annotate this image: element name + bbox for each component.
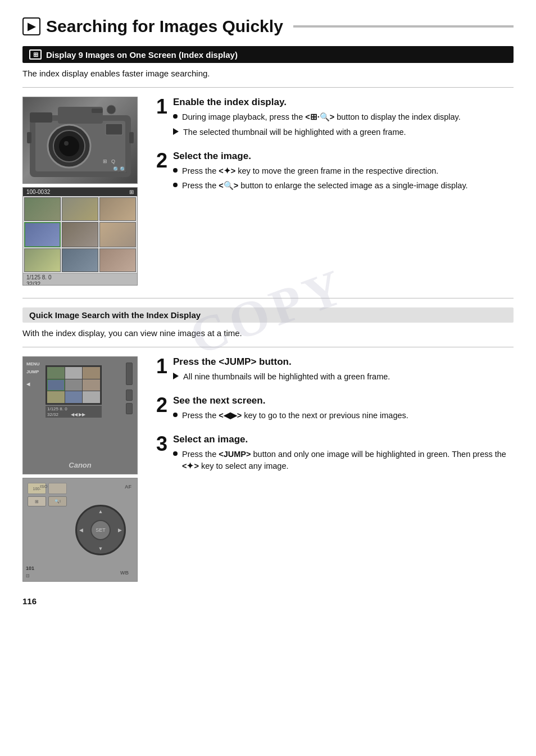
camera-image: 🔍 🔍 ⊞ Q bbox=[22, 97, 138, 184]
section1-images: 🔍 🔍 ⊞ Q 100-0032 ⊞ bbox=[22, 97, 140, 289]
step2-bullet2: Press the <🔍> button to enlarge the sele… bbox=[173, 180, 514, 192]
camera-svg: 🔍 🔍 ⊞ Q bbox=[24, 98, 137, 183]
camera-illustration: 🔍 🔍 ⊞ Q bbox=[23, 97, 137, 183]
step1-bullets: During image playback, press the <⊞·🔍> b… bbox=[173, 111, 514, 139]
step1-title: Enable the index display. bbox=[173, 97, 514, 108]
s2-step3-b1-text: Press the <JUMP> button and only one ima… bbox=[182, 449, 514, 473]
step1-bullet2: The selected thumbnail will be highlight… bbox=[173, 126, 514, 139]
section1-steps: 1 Enable the index display. During image… bbox=[152, 97, 514, 204]
back-camera-illustration: MENU JUMP ◀ bbox=[23, 357, 137, 474]
step2-title: Select the image. bbox=[173, 151, 514, 162]
svg-point-6 bbox=[64, 141, 69, 146]
svg-text:Q: Q bbox=[111, 159, 115, 164]
s2-step2-content: See the next screen. Press the <◀▶> key … bbox=[173, 395, 514, 425]
page-title-icon: ▶ bbox=[22, 17, 40, 35]
s2-step2-title: See the next screen. bbox=[173, 395, 514, 406]
svg-text:⊞: ⊞ bbox=[103, 159, 107, 164]
section2-images: MENU JUMP ◀ bbox=[22, 356, 140, 585]
s2-step2-bullets: Press the <◀▶> key to go to the next or … bbox=[173, 410, 514, 422]
bullet-dot-1 bbox=[173, 114, 178, 119]
svg-point-5 bbox=[59, 136, 79, 156]
section1-step1: 1 Enable the index display. During image… bbox=[152, 97, 514, 142]
svg-rect-10 bbox=[30, 112, 52, 123]
svg-rect-12 bbox=[129, 132, 134, 143]
s2-step3-title: Select an image. bbox=[173, 434, 514, 445]
canon-label: Canon bbox=[23, 461, 137, 469]
s2-step1-bullet1: All nine thumbnails will be highlighted … bbox=[173, 371, 514, 383]
section1-step2: 2 Select the image. Press the <✦> key to… bbox=[152, 151, 514, 196]
svg-point-8 bbox=[107, 105, 116, 114]
section1-header: ⊞ Display 9 Images on One Screen (Index … bbox=[22, 46, 514, 63]
s2-step2-number: 2 bbox=[152, 395, 167, 415]
s2-step3-content: Select an image. Press the <JUMP> button… bbox=[173, 434, 514, 476]
divider3 bbox=[22, 347, 514, 347]
page-number: 116 bbox=[22, 596, 514, 606]
svg-rect-9 bbox=[92, 108, 103, 113]
s2-step3-bullets: Press the <JUMP> button and only one ima… bbox=[173, 449, 514, 473]
svg-rect-11 bbox=[27, 132, 31, 143]
section1-content: 🔍 🔍 ⊞ Q 100-0032 ⊞ bbox=[22, 97, 514, 289]
step1-b2-text: The selected thumbnail will be highlight… bbox=[183, 126, 406, 139]
section1-header-icon: ⊞ bbox=[29, 49, 42, 60]
s2-step1: 1 Press the <JUMP> button. All nine thum… bbox=[152, 356, 514, 386]
step1-content: Enable the index display. During image p… bbox=[173, 97, 514, 142]
page-title-bar bbox=[293, 25, 514, 28]
control-panel-illustration: 100- ⊞ 🔍i SET ▲ ▼ ◀ ▶ AF bbox=[23, 478, 137, 581]
section2-steps: 1 Press the <JUMP> button. All nine thum… bbox=[152, 356, 514, 485]
svg-text:🔍: 🔍 bbox=[120, 166, 127, 173]
bullet-tri-s2-1 bbox=[173, 373, 179, 379]
bullet-dot-3 bbox=[173, 183, 178, 187]
section2-header-text: Quick Image Search with the Index Displa… bbox=[29, 310, 201, 320]
step1-number: 1 bbox=[152, 97, 167, 117]
control-panel-image: 100- ⊞ 🔍i SET ▲ ▼ ◀ ▶ AF bbox=[22, 478, 138, 582]
divider1 bbox=[22, 87, 514, 88]
svg-rect-7 bbox=[106, 124, 122, 135]
section2-content: MENU JUMP ◀ bbox=[22, 356, 514, 585]
step2-b2-text: Press the <🔍> button to enlarge the sele… bbox=[182, 180, 468, 192]
bullet-tri-1 bbox=[173, 128, 179, 135]
s2-step2-bullet1: Press the <◀▶> key to go to the next or … bbox=[173, 410, 514, 422]
section1-intro: The index display enables faster image s… bbox=[22, 69, 514, 78]
step1-bullet1: During image playback, press the <⊞·🔍> b… bbox=[173, 111, 514, 124]
s2-step2: 2 See the next screen. Press the <◀▶> ke… bbox=[152, 395, 514, 425]
divider2 bbox=[22, 298, 514, 298]
step2-b1-text: Press the <✦> key to move the green fram… bbox=[182, 165, 438, 178]
step2-number: 2 bbox=[152, 151, 167, 171]
bullet-dot-s2-2 bbox=[173, 413, 178, 417]
back-camera-image: MENU JUMP ◀ bbox=[22, 356, 138, 474]
index-display-image: 100-0032 ⊞ bbox=[22, 187, 138, 286]
page-title: Searching for Images Quickly bbox=[46, 17, 283, 36]
step2-bullet1: Press the <✦> key to move the green fram… bbox=[173, 165, 514, 178]
s2-step1-content: Press the <JUMP> button. All nine thumbn… bbox=[173, 356, 514, 386]
bullet-dot-2 bbox=[173, 168, 178, 173]
s2-step1-title: Press the <JUMP> button. bbox=[173, 356, 514, 368]
step2-content: Select the image. Press the <✦> key to m… bbox=[173, 151, 514, 196]
index-display-illustration: 100-0032 ⊞ bbox=[23, 188, 137, 285]
s2-step1-number: 1 bbox=[152, 356, 167, 377]
section2-header: Quick Image Search with the Index Displa… bbox=[22, 307, 514, 323]
s2-step1-b1-text: All nine thumbnails will be highlighted … bbox=[183, 371, 390, 383]
s2-step2-b1-text: Press the <◀▶> key to go to the next or … bbox=[182, 410, 408, 422]
s2-step1-bullets: All nine thumbnails will be highlighted … bbox=[173, 371, 514, 383]
section1-header-text: Display 9 Images on One Screen (Index di… bbox=[46, 50, 238, 60]
step1-b1-text: During image playback, press the <⊞·🔍> b… bbox=[182, 111, 461, 124]
bullet-dot-s2-3 bbox=[173, 451, 178, 456]
s2-step3-bullet1: Press the <JUMP> button and only one ima… bbox=[173, 449, 514, 473]
s2-step3-number: 3 bbox=[152, 434, 167, 454]
page-title-row: ▶ Searching for Images Quickly bbox=[22, 17, 514, 36]
section2-intro: With the index display, you can view nin… bbox=[22, 328, 514, 338]
step2-bullets: Press the <✦> key to move the green fram… bbox=[173, 165, 514, 193]
s2-step3: 3 Select an image. Press the <JUMP> butt… bbox=[152, 434, 514, 476]
